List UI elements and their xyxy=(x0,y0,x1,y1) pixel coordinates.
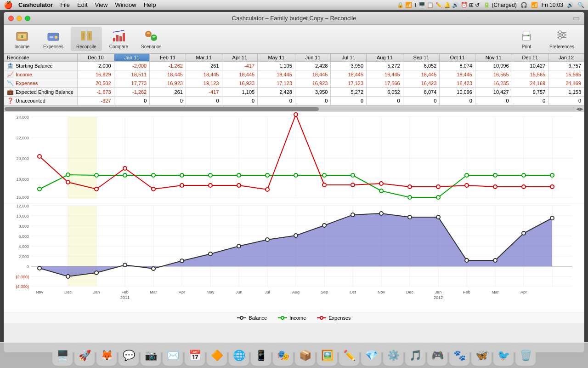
svg-text:Feb: Feb xyxy=(463,290,470,294)
income-button[interactable]: $ Income xyxy=(8,27,36,51)
dock-app4[interactable]: 💎 xyxy=(361,345,381,366)
svg-point-26 xyxy=(559,31,561,34)
dock-traffic[interactable]: 🔶 xyxy=(207,345,227,366)
cell: 10,096 xyxy=(475,62,512,70)
svg-point-64 xyxy=(180,173,184,177)
dock-music[interactable]: 🎵 xyxy=(405,345,425,366)
cell: 5,272 xyxy=(331,88,367,97)
dock-app8[interactable]: 🗑️ xyxy=(515,345,536,366)
menubar-right: 🔒 📶 T 🖥️ 📋 ✏️ 🔔 🔊 ⏰ ⊞ ↺ 🔋 (Charged) 🎧 📶 … xyxy=(397,2,584,8)
cell: 0 xyxy=(403,97,440,105)
preferences-button[interactable]: Preferences xyxy=(544,27,580,51)
dock-app2[interactable]: 🎭 xyxy=(273,345,293,366)
cell: 2,428 xyxy=(258,88,295,97)
svg-text:Aug: Aug xyxy=(292,290,300,294)
minimize-button[interactable] xyxy=(17,16,22,21)
svg-point-71 xyxy=(379,189,383,193)
cell: 10,096 xyxy=(440,88,475,97)
expenses-button[interactable]: Expenses xyxy=(38,27,69,51)
dock-app5[interactable]: 🎮 xyxy=(427,345,447,366)
dock-photos[interactable]: 🖼️ xyxy=(317,345,337,366)
dock-calendar[interactable]: 📅 xyxy=(185,345,205,366)
cell: 18,445 xyxy=(331,70,367,79)
compare-label: Compare xyxy=(109,44,128,49)
menu-view[interactable]: View xyxy=(95,1,108,8)
svg-text:16,000: 16,000 xyxy=(16,195,29,200)
dock-firefox[interactable]: 🦊 xyxy=(96,345,117,366)
cell: 16,923 xyxy=(295,79,331,88)
cell: 0 xyxy=(512,97,548,105)
scroll-thumb[interactable] xyxy=(5,107,319,111)
scenarios-button[interactable]: Scenarios xyxy=(136,27,167,51)
cell: 0 xyxy=(258,97,295,105)
cell: 0 xyxy=(150,97,186,105)
scenarios-label: Scenarios xyxy=(141,44,161,49)
cell: 0 xyxy=(548,97,584,105)
table-header-row: Reconcile Dec 10 Jan 11 Feb 11 Mar 11 Ap… xyxy=(4,54,584,62)
preferences-label: Preferences xyxy=(549,44,574,49)
svg-point-151 xyxy=(436,215,440,219)
dock-app7[interactable]: 🦋 xyxy=(471,345,492,366)
svg-point-67 xyxy=(266,173,269,177)
reconcile-icon xyxy=(79,29,94,43)
dock-facetime[interactable]: 📷 xyxy=(141,345,161,366)
dock-pen[interactable]: ✏️ xyxy=(339,345,359,366)
svg-text:Nov: Nov xyxy=(36,290,44,294)
compare-button[interactable]: Compare xyxy=(104,27,134,51)
apple-menu[interactable]: 🍎 xyxy=(4,0,13,9)
svg-point-148 xyxy=(351,213,355,217)
menu-help[interactable]: Help xyxy=(144,1,156,8)
menu-window[interactable]: Window xyxy=(115,1,136,8)
dock-app1[interactable]: 📱 xyxy=(251,345,271,366)
cell: 0 xyxy=(331,97,367,105)
svg-point-74 xyxy=(465,173,469,177)
svg-point-144 xyxy=(237,244,241,248)
svg-text:(2,000): (2,000) xyxy=(16,275,29,279)
cell: 15,565 xyxy=(512,70,548,79)
income-label: Income xyxy=(15,44,30,49)
dock-settings[interactable]: ⚙️ xyxy=(383,345,403,366)
cell: 18,511 xyxy=(114,70,150,79)
svg-text:Mar: Mar xyxy=(150,290,157,294)
maximize-button[interactable] xyxy=(25,16,30,21)
reconcile-button[interactable]: Reconcile xyxy=(71,27,102,51)
cell: -327 xyxy=(78,97,114,105)
svg-point-177 xyxy=(240,316,243,319)
cell: 3,950 xyxy=(295,88,331,97)
dock-launchpad[interactable]: 🚀 xyxy=(74,345,95,366)
cell: 18,445 xyxy=(222,70,258,79)
app-menu[interactable]: Cashculator xyxy=(18,1,53,8)
cell: 1,105 xyxy=(222,88,258,97)
dock-twitter[interactable]: 🐦 xyxy=(493,345,514,366)
horizontal-scrollbar[interactable]: ◀▶ xyxy=(4,106,584,112)
svg-text:Jan: Jan xyxy=(435,290,442,294)
close-button[interactable] xyxy=(8,16,14,21)
header-aug11: Aug 11 xyxy=(367,54,403,62)
svg-point-62 xyxy=(123,173,127,177)
svg-point-84 xyxy=(209,184,212,187)
svg-text:May: May xyxy=(206,290,215,294)
dock-mail[interactable]: ✉️ xyxy=(163,345,183,366)
menu-edit[interactable]: Edit xyxy=(77,1,87,8)
search-icon[interactable]: 🔍 xyxy=(577,2,584,8)
svg-text:4,000: 4,000 xyxy=(18,244,29,249)
reconcile-table: Reconcile Dec 10 Jan 11 Feb 11 Mar 11 Ap… xyxy=(4,53,584,105)
cell: 6,052 xyxy=(403,62,440,70)
svg-rect-13 xyxy=(116,35,119,41)
svg-point-79 xyxy=(66,180,70,184)
cell: -417 xyxy=(186,88,222,97)
expenses-label: Expenses xyxy=(43,44,63,49)
menu-file[interactable]: File xyxy=(60,1,70,8)
volume-icon: 🔊 xyxy=(567,2,574,8)
header-jun11: Jun 11 xyxy=(295,54,331,62)
dock-skype[interactable]: 💬 xyxy=(119,345,139,366)
dock-finder[interactable]: 🖥️ xyxy=(52,345,73,366)
svg-rect-30 xyxy=(68,117,96,199)
print-button[interactable]: Print xyxy=(513,27,540,51)
cell: 5,272 xyxy=(367,62,403,70)
dock-app6[interactable]: 🐾 xyxy=(449,345,469,366)
table-row: 🏦Starting Balance2,000-2,000-1,262261-41… xyxy=(4,62,584,70)
dock-app3[interactable]: 📦 xyxy=(295,345,315,366)
cell: 261 xyxy=(186,62,222,70)
dock-browser[interactable]: 🌐 xyxy=(229,345,249,366)
